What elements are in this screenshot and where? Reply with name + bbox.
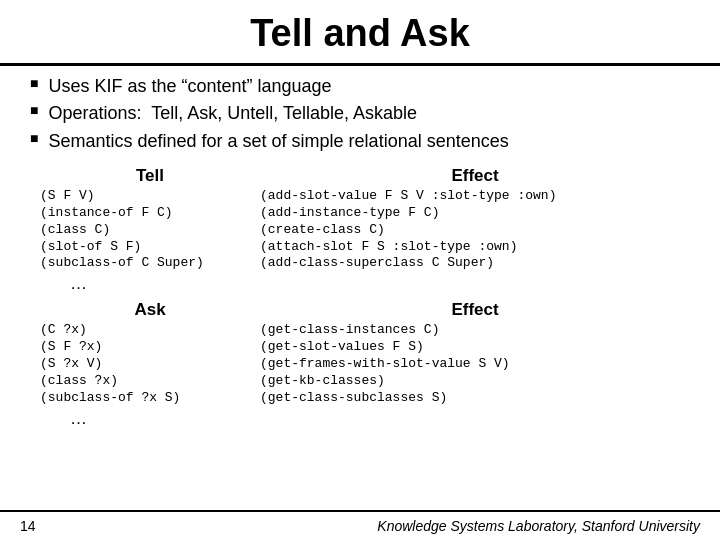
table-row: (class C) (create-class C) <box>40 222 690 239</box>
table-row: (instance-of F C) (add-instance-type F C… <box>40 205 690 222</box>
bullet-item-2: ■ Operations: Tell, Ask, Untell, Tellabl… <box>30 101 690 125</box>
bullet-section: ■ Uses KIF as the “content” language ■ O… <box>30 74 690 156</box>
slide: Tell and Ask ■ Uses KIF as the “content”… <box>0 0 720 540</box>
tell-row-2-left: (class C) <box>40 222 260 239</box>
ask-row-0-left: (C ?x) <box>40 322 260 339</box>
ask-ellipsis: … <box>70 409 690 429</box>
ask-table: Ask Effect (C ?x) (get-class-instances C… <box>40 300 690 430</box>
table-row: (subclass-of C Super) (add-class-supercl… <box>40 255 690 272</box>
content-area: ■ Uses KIF as the “content” language ■ O… <box>0 66 720 510</box>
tell-effect-label: Effect <box>260 166 690 186</box>
footer-organization: Knowledge Systems Laboratory, Stanford U… <box>377 518 700 534</box>
tell-row-1-right: (add-instance-type F C) <box>260 205 690 222</box>
ask-row-1-left: (S F ?x) <box>40 339 260 356</box>
table-row: (class ?x) (get-kb-classes) <box>40 373 690 390</box>
ask-row-3-right: (get-kb-classes) <box>260 373 690 390</box>
tell-row-4-left: (subclass-of C Super) <box>40 255 260 272</box>
tell-row-0-left: (S F V) <box>40 188 260 205</box>
ask-row-4-right: (get-class-subclasses S) <box>260 390 690 407</box>
ask-row-2-right: (get-frames-with-slot-value S V) <box>260 356 690 373</box>
tell-header-label: Tell <box>40 166 260 186</box>
footer-area: 14 Knowledge Systems Laboratory, Stanfor… <box>0 510 720 540</box>
table-row: (S ?x V) (get-frames-with-slot-value S V… <box>40 356 690 373</box>
tell-row-4-right: (add-class-superclass C Super) <box>260 255 690 272</box>
ask-effect-label: Effect <box>260 300 690 320</box>
tell-row-3-right: (attach-slot F S :slot-type :own) <box>260 239 690 256</box>
ask-row-2-left: (S ?x V) <box>40 356 260 373</box>
tell-row-2-right: (create-class C) <box>260 222 690 239</box>
table-row: (subclass-of ?x S) (get-class-subclasses… <box>40 390 690 407</box>
title-area: Tell and Ask <box>0 0 720 66</box>
table-row: (S F V) (add-slot-value F S V :slot-type… <box>40 188 690 205</box>
ask-header-row: Ask Effect <box>40 300 690 320</box>
bullet-item-1: ■ Uses KIF as the “content” language <box>30 74 690 98</box>
bullet-marker-1: ■ <box>30 75 38 91</box>
table-row: (C ?x) (get-class-instances C) <box>40 322 690 339</box>
tell-row-0-right: (add-slot-value F S V :slot-type :own) <box>260 188 690 205</box>
bullet-text-3: Semantics defined for a set of simple re… <box>48 129 508 153</box>
table-row: (S F ?x) (get-slot-values F S) <box>40 339 690 356</box>
footer-page-number: 14 <box>20 518 36 534</box>
tell-header-row: Tell Effect <box>40 166 690 186</box>
tell-ellipsis: … <box>70 274 690 294</box>
bullet-marker-3: ■ <box>30 130 38 146</box>
bullet-marker-2: ■ <box>30 102 38 118</box>
bullet-item-3: ■ Semantics defined for a set of simple … <box>30 129 690 153</box>
ask-code-rows: (C ?x) (get-class-instances C) (S F ?x) … <box>40 322 690 406</box>
table-row: (slot-of S F) (attach-slot F S :slot-typ… <box>40 239 690 256</box>
slide-title: Tell and Ask <box>250 12 470 54</box>
bullet-text-2: Operations: Tell, Ask, Untell, Tellable,… <box>48 101 417 125</box>
tell-row-3-left: (slot-of S F) <box>40 239 260 256</box>
bullet-text-1: Uses KIF as the “content” language <box>48 74 331 98</box>
ask-row-1-right: (get-slot-values F S) <box>260 339 690 356</box>
tell-row-1-left: (instance-of F C) <box>40 205 260 222</box>
ask-row-4-left: (subclass-of ?x S) <box>40 390 260 407</box>
ask-header-label: Ask <box>40 300 260 320</box>
ask-row-3-left: (class ?x) <box>40 373 260 390</box>
ask-row-0-right: (get-class-instances C) <box>260 322 690 339</box>
tell-table: Tell Effect (S F V) (add-slot-value F S … <box>40 166 690 296</box>
tell-code-rows: (S F V) (add-slot-value F S V :slot-type… <box>40 188 690 272</box>
